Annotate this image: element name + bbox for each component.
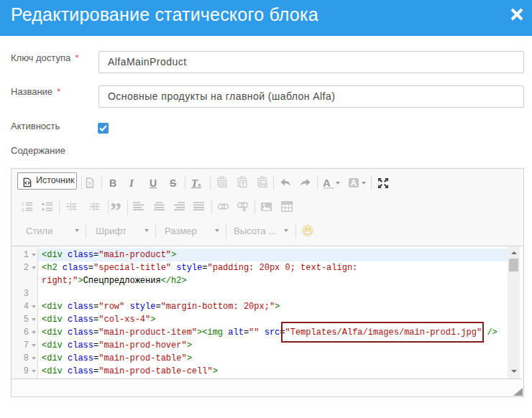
svg-text:2: 2 — [22, 208, 24, 213]
svg-text:1: 1 — [22, 201, 24, 206]
